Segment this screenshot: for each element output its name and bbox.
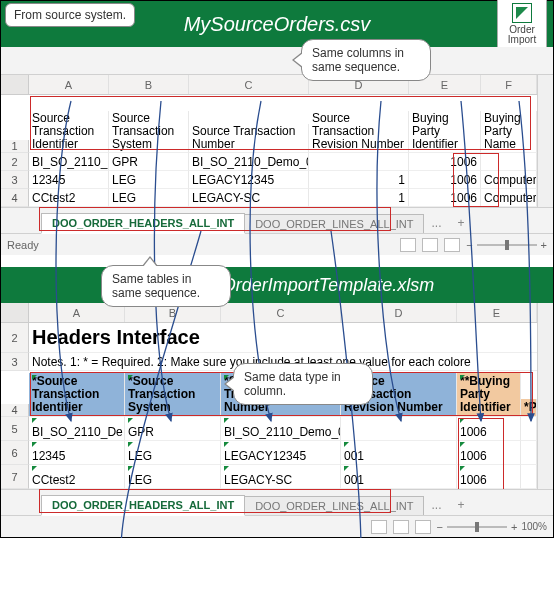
tab-headers-bottom[interactable]: DOO_ORDER_HEADERS_ALL_INT <box>41 495 245 516</box>
cell[interactable]: 12345 <box>29 441 125 465</box>
cell[interactable]: GPR <box>125 417 221 441</box>
cell[interactable]: Computer Se <box>481 189 537 207</box>
select-all-corner-bottom[interactable] <box>1 303 29 322</box>
view-page-break-icon[interactable] <box>444 238 460 252</box>
hdr-src-trans-sys[interactable]: Source Transaction System <box>109 111 189 153</box>
cell[interactable] <box>481 153 537 171</box>
col-C[interactable]: C <box>189 75 309 94</box>
tab-more-icon[interactable]: ... <box>423 213 449 233</box>
cell[interactable]: LEG <box>109 189 189 207</box>
cell[interactable]: BI_SO_2110_De <box>29 417 125 441</box>
cell[interactable]: 12345 <box>29 171 109 189</box>
row-head[interactable]: 7 <box>1 465 29 489</box>
status-bar-bottom: − + 100% <box>1 515 553 537</box>
col-C-b[interactable]: C <box>221 303 341 322</box>
sheet-tabs-bottom: DOO_ORDER_HEADERS_ALL_INT DOO_ORDER_LINE… <box>1 489 553 515</box>
cell[interactable]: BI_SO_2110_Demo_01 <box>189 153 309 171</box>
cell[interactable]: 1006 <box>409 189 481 207</box>
view-normal-icon-b[interactable] <box>371 520 387 534</box>
cell[interactable]: 001 <box>341 441 457 465</box>
cell[interactable]: LEGACY-SC <box>221 465 341 489</box>
hdr-src-trans-id[interactable]: Source Transaction Identifier <box>29 111 109 153</box>
cell[interactable] <box>309 153 409 171</box>
tab-more-icon-bottom[interactable]: ... <box>423 495 449 515</box>
order-import-label-2: Import <box>508 35 536 45</box>
select-all-corner[interactable] <box>1 75 29 94</box>
hdr-src-trans-num[interactable]: Source Transaction Number <box>189 124 309 153</box>
cell[interactable] <box>341 417 457 441</box>
cell[interactable]: LEG <box>125 441 221 465</box>
zoom-out-icon-b[interactable]: − <box>437 521 443 533</box>
hdr-src-trans-rev[interactable]: Source Transaction Revision Number <box>309 111 409 153</box>
cell[interactable]: CCtest2 <box>29 189 109 207</box>
cell[interactable] <box>521 465 537 489</box>
row-head[interactable]: 6 <box>1 441 29 465</box>
col-D-b[interactable]: D <box>341 303 457 322</box>
header-row-top: 1 Source Transaction Identifier Source T… <box>1 95 537 153</box>
tab-lines-bottom[interactable]: DOO_ORDER_LINES_ALL_INT <box>244 496 424 515</box>
tab-new-sheet-icon[interactable]: + <box>450 213 473 233</box>
zoom-slider-b[interactable]: − + 100% <box>437 521 547 533</box>
zoom-in-icon[interactable]: + <box>541 239 547 251</box>
row-head-2b[interactable]: 2 <box>1 323 29 353</box>
table-row: 5BI_SO_2110_DeGPRBI_SO_2110_Demo_011006 <box>1 417 537 441</box>
callout-from-source: From source system. <box>5 3 135 27</box>
tab-new-sheet-icon-bottom[interactable]: + <box>450 495 473 515</box>
hdr-buying-party-id[interactable]: Buying Party Identifier <box>409 111 481 153</box>
zoom-in-icon-b[interactable]: + <box>511 521 517 533</box>
zoom-value-b: 100% <box>521 521 547 532</box>
cell[interactable]: Computer Bil <box>481 171 537 189</box>
cell[interactable]: 1006 <box>409 171 481 189</box>
cell[interactable]: 1 <box>309 189 409 207</box>
cell[interactable]: BI_SO_2110_ <box>29 153 109 171</box>
cell[interactable]: 1006 <box>457 441 521 465</box>
cell[interactable]: 1006 <box>457 417 521 441</box>
vertical-scrollbar[interactable] <box>537 75 553 207</box>
tab-lines-top[interactable]: DOO_ORDER_LINES_ALL_INT <box>244 214 424 233</box>
col-A[interactable]: A <box>29 75 109 94</box>
callout-same-tables: Same tables in same sequence. <box>101 265 231 307</box>
titlebar-bottom: SourceSalesOrderImportTemplate.xlsm <box>1 267 553 303</box>
column-headers-bottom: A B C D E <box>1 303 537 323</box>
cell[interactable]: 001 <box>341 465 457 489</box>
cell[interactable]: LEGACY-SC <box>189 189 309 207</box>
cell[interactable]: GPR <box>109 153 189 171</box>
cell[interactable]: 1 <box>309 171 409 189</box>
zoom-slider[interactable]: − + <box>466 239 547 251</box>
cell[interactable]: BI_SO_2110_Demo_01 <box>221 417 341 441</box>
col-F[interactable]: F <box>481 75 537 94</box>
row-head-4b[interactable]: 4 <box>1 404 29 417</box>
col-B[interactable]: B <box>109 75 189 94</box>
cell[interactable]: LEGACY12345 <box>189 171 309 189</box>
grid-top: 1 Source Transaction Identifier Source T… <box>1 95 537 207</box>
status-ready: Ready <box>7 239 39 251</box>
formula-bar-area <box>1 47 553 75</box>
vertical-scrollbar-bottom[interactable] <box>537 303 553 489</box>
cell[interactable]: CCtest2 <box>29 465 125 489</box>
cell[interactable]: 1006 <box>409 153 481 171</box>
view-page-layout-icon[interactable] <box>422 238 438 252</box>
hdr-buying-party-name[interactable]: Buying Party Name <box>484 112 533 151</box>
cell[interactable]: 1006 <box>457 465 521 489</box>
tab-headers-top[interactable]: DOO_ORDER_HEADERS_ALL_INT <box>41 213 245 234</box>
view-page-layout-icon-b[interactable] <box>393 520 409 534</box>
view-page-break-icon-b[interactable] <box>415 520 431 534</box>
order-import-button[interactable]: Order Import <box>497 0 547 49</box>
cell[interactable] <box>521 417 537 441</box>
hdr-b-sys: *Source Transaction System <box>125 373 221 417</box>
cell[interactable] <box>521 441 537 465</box>
row-head-3b[interactable]: 3 <box>1 353 29 371</box>
cell[interactable]: LEGACY12345 <box>221 441 341 465</box>
zoom-out-icon[interactable]: − <box>466 239 472 251</box>
row-head-1[interactable]: 1 <box>1 140 29 153</box>
row-head[interactable]: 5 <box>1 417 29 441</box>
view-normal-icon[interactable] <box>400 238 416 252</box>
cell[interactable]: LEG <box>125 465 221 489</box>
col-E-b[interactable]: E <box>457 303 537 322</box>
title-row-bottom: 2 Headers Interface <box>1 323 537 353</box>
row-head[interactable]: 2 <box>1 153 29 171</box>
cell[interactable]: LEG <box>109 171 189 189</box>
row-head[interactable]: 3 <box>1 171 29 189</box>
row-head[interactable]: 4 <box>1 189 29 207</box>
callout-same-columns: Same columns in same sequence. <box>301 39 431 81</box>
